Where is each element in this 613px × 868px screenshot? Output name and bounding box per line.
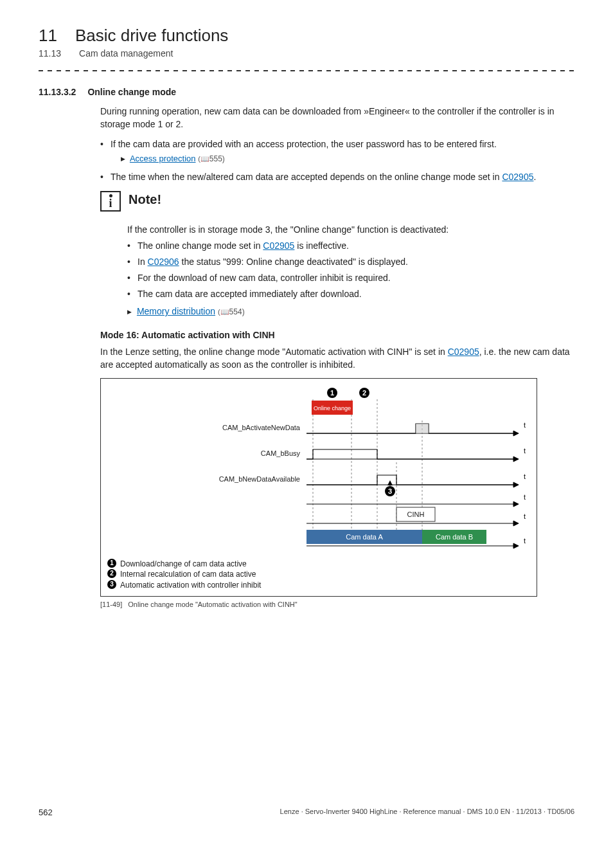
label-sig1: CAM_bActivateNewData: [222, 424, 301, 431]
svg-text:t: t: [524, 447, 526, 455]
svg-marker-19: [513, 521, 519, 526]
code-link-c02905[interactable]: C02905: [448, 347, 479, 357]
svg-text:t: t: [524, 537, 526, 545]
chapter-number: 11: [39, 26, 57, 46]
page-ref: 555: [198, 154, 225, 163]
svg-text:3: 3: [388, 487, 392, 495]
subsection-number: 11.13.3.2: [39, 87, 76, 97]
legend-text-1: Download/change of cam data active: [120, 559, 247, 570]
legend-marker-2: 2: [107, 569, 116, 578]
note-item: The cam data are accepted immediately af…: [127, 287, 574, 301]
note-title: Note!: [129, 192, 161, 207]
label-sig2: CAM_bBusy: [261, 449, 301, 457]
svg-text:1: 1: [330, 389, 334, 397]
svg-text:Online change: Online change: [314, 405, 351, 411]
label-sig3: CAM_bNewDataAvailable: [219, 475, 300, 483]
svg-rect-28: [416, 424, 429, 433]
code-link-c02906[interactable]: C02906: [148, 257, 179, 267]
figure-caption: Online change mode "Automatic activation…: [128, 601, 297, 608]
note-text: The online change mode set in: [138, 240, 263, 251]
svg-text:t: t: [524, 493, 526, 501]
note-text: In: [138, 257, 148, 267]
bullet-text: If the cam data are provided with an acc…: [111, 139, 497, 149]
bullet-item: The time when the new/altered cam data a…: [100, 170, 574, 183]
note-text: the status "999: Online change deactivat…: [179, 257, 408, 267]
access-protection-link[interactable]: Access protection: [130, 154, 196, 163]
svg-text:CINH: CINH: [407, 511, 425, 518]
legend-text-2: Internal recalculation of cam data activ…: [120, 569, 256, 580]
divider: [39, 70, 574, 71]
footer-meta: Lenze · Servo-Inverter 9400 HighLine · R…: [280, 808, 574, 817]
code-link-c02905[interactable]: C02905: [263, 240, 294, 251]
info-icon: i: [100, 191, 121, 212]
note-item: In C02906 the status "999: Online change…: [127, 255, 574, 269]
code-link-c02905[interactable]: C02905: [502, 172, 533, 182]
svg-marker-32: [387, 480, 393, 485]
legend-marker-1: 1: [107, 559, 116, 568]
figure-tag: [11-49]: [100, 601, 122, 608]
page-number: 562: [39, 808, 53, 817]
note-item: The online change mode set in C02905 is …: [127, 239, 574, 253]
text: In the Lenze setting, the online change …: [100, 347, 448, 357]
note-text: is ineffective.: [294, 240, 349, 251]
section-number: 11.13: [39, 48, 61, 59]
note-item: For the download of new cam data, contro…: [127, 271, 574, 285]
bullet-text-post: .: [533, 172, 536, 182]
svg-text:Cam data A: Cam data A: [346, 533, 383, 541]
page-ref: 554: [218, 307, 245, 316]
svg-text:t: t: [524, 512, 526, 520]
mode16-paragraph: In the Lenze setting, the online change …: [100, 345, 574, 372]
memory-distribution-link[interactable]: Memory distribution: [137, 306, 215, 316]
chapter-title: Basic drive functions: [75, 26, 228, 46]
svg-text:2: 2: [362, 389, 366, 397]
svg-text:t: t: [524, 473, 526, 480]
svg-text:Cam data B: Cam data B: [436, 533, 473, 541]
subsection-title: Online change mode: [87, 87, 176, 97]
bullet-text-pre: The time when the new/altered cam data a…: [111, 172, 502, 182]
section-title: Cam data management: [79, 48, 173, 59]
timing-diagram: 1 2 Online change CAM_bActivateNewData C…: [100, 378, 537, 597]
legend-text-3: Automatic activation with controller inh…: [120, 580, 261, 591]
svg-text:t: t: [524, 421, 526, 429]
note-lead: If the controller is in storage mode 3, …: [127, 223, 574, 237]
svg-marker-17: [513, 502, 519, 507]
legend-marker-3: 3: [107, 580, 116, 589]
svg-marker-21: [513, 543, 519, 548]
bullet-item: If the cam data are provided with an acc…: [100, 138, 574, 165]
intro-paragraph: During running operation, new cam data c…: [100, 105, 574, 131]
mode16-heading: Mode 16: Automatic activation with CINH: [100, 330, 574, 340]
